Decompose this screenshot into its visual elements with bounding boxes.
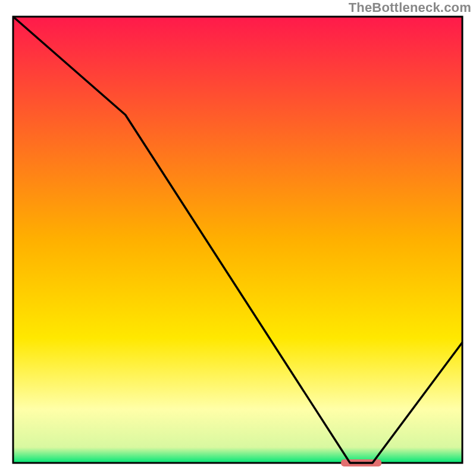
plot-background — [13, 17, 462, 463]
watermark-text: TheBottleneck.com — [349, 0, 471, 15]
chart-container: TheBottleneck.com — [0, 0, 476, 476]
bottleneck-chart — [0, 0, 476, 476]
